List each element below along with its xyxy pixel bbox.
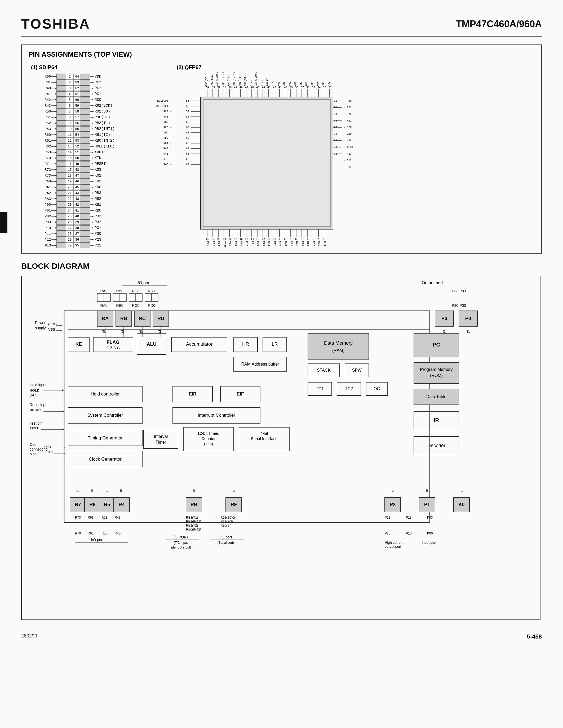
svg-text:→ P12: → P12 [344,159,352,162]
svg-marker-335 [92,210,93,211]
svg-marker-695 [64,452,65,454]
svg-text:R71: R71 [45,162,51,166]
svg-text:58: 58 [186,115,189,118]
svg-marker-323 [92,198,93,200]
svg-text:4: 4 [306,238,308,241]
svg-text:13: 13 [68,145,71,149]
svg-text:R91(SO): R91(SO) [205,75,208,86]
svg-text:High current: High current [385,541,404,545]
svg-text:46: 46 [75,180,79,183]
svg-text:50: 50 [75,156,79,160]
svg-rect-160 [57,225,66,231]
block-diagram-svg: I/O port RA3 RB3 RC3 RD1 RA0 RB0 RC0 RD0 [21,276,540,620]
svg-text:KE: KE [75,341,82,347]
svg-marker-233 [92,111,93,112]
svg-text:R53: R53 [101,516,107,519]
svg-rect-255 [81,132,90,137]
svg-text:P13: P13 [406,516,412,519]
svg-text:RC: RC [139,316,146,321]
svg-text:9: 9 [69,122,70,125]
svg-marker-329 [92,204,93,205]
svg-marker-99 [55,169,57,170]
svg-text:16: 16 [239,238,243,241]
svg-marker-371 [92,245,93,246]
svg-marker-616 [60,330,62,331]
svg-rect-213 [81,91,90,97]
svg-text:R63: R63 [88,516,93,519]
svg-text:55: 55 [186,100,189,102]
svg-text:HOLD: HOLD [30,388,39,392]
svg-text:P12: P12 [45,238,51,242]
svg-text:R41: R41 [45,92,51,96]
svg-text:Timing Generator: Timing Generator [88,435,123,441]
svg-text:RA0: RA0 [279,241,282,246]
svg-text:N.C.: N.C. [249,80,252,86]
svg-marker-203 [92,82,93,83]
svg-rect-10 [57,80,66,85]
svg-text:64: 64 [186,147,189,150]
svg-text:R71: R71 [296,241,298,246]
svg-text:P02: P02 [245,241,248,246]
svg-text:R5: R5 [104,502,110,507]
svg-text:RC2: RC2 [95,86,101,90]
svg-text:KO2: KO2 [283,82,286,86]
svg-text:TC2: TC2 [345,387,353,391]
svg-text:30: 30 [68,244,71,248]
svg-text:21: 21 [68,191,71,195]
svg-text:5: 5 [301,238,302,241]
svg-text:VSS: VSS [229,241,231,246]
svg-marker-135 [55,204,57,205]
svg-text:R90(SI): R90(SI) [220,524,231,527]
svg-rect-273 [81,150,90,155]
svg-text:R70: R70 [45,156,51,160]
svg-rect-178 [57,243,66,248]
svg-text:24: 24 [334,146,337,149]
svg-marker-3 [55,76,57,77]
svg-text:Data Table: Data Table [426,394,446,399]
svg-rect-88 [57,155,66,161]
svg-text:28: 28 [334,119,337,122]
svg-rect-201 [81,80,90,85]
svg-text:⇅: ⇅ [460,489,463,493]
svg-text:R70: R70 [75,532,81,535]
svg-text:RA2: RA2 [45,191,51,195]
svg-text:RC3 ←: RC3 ← [163,126,171,129]
svg-text:RA3: RA3 [100,289,107,293]
svg-marker-33 [55,105,57,106]
svg-text:45: 45 [75,186,79,189]
svg-rect-333 [81,208,90,213]
svg-text:⇅: ⇅ [119,489,123,493]
header: TOSHIBA TMP47C460A/960A [21,16,542,37]
svg-text:18: 18 [228,238,231,241]
svg-text:RA3: RA3 [262,241,265,246]
svg-rect-387 [203,100,331,227]
svg-rect-267 [81,144,90,149]
svg-text:{XIN: {XIN [44,445,51,449]
svg-text:R73: R73 [45,174,51,178]
svg-text:62: 62 [186,137,189,140]
svg-marker-353 [92,227,93,229]
svg-text:→ VDD: → VDD [344,133,352,136]
svg-rect-94 [57,161,66,167]
svg-text:supply: supply [35,326,46,330]
svg-text:RB: RB [120,316,127,321]
svg-text:P10: P10 [45,226,51,230]
svg-text:63: 63 [186,142,189,145]
pin-section-title: PIN ASSIGNMENTS (TOP VIEW) [28,50,535,59]
svg-text:{T/C input: {T/C input [174,541,188,545]
svg-text:P00: P00 [256,241,259,246]
svg-text:RB2: RB2 [95,197,101,201]
svg-text:RB2(INT1): RB2(INT1) [186,520,201,523]
document-number: 260290 [21,633,37,640]
svg-rect-100 [57,167,66,172]
svg-text:R91(SO): R91(SO) [95,109,110,114]
svg-text:XOUT: XOUT [95,150,104,154]
svg-text:KO0: KO0 [294,82,297,86]
svg-rect-291 [81,167,90,172]
svg-text:52: 52 [75,145,79,149]
svg-text:8: 8 [69,116,70,119]
svg-text:Reset input: Reset input [30,403,48,407]
svg-marker-311 [92,186,93,188]
svg-text:P0: P0 [465,316,471,321]
svg-text:XIN: XIN [272,82,275,86]
